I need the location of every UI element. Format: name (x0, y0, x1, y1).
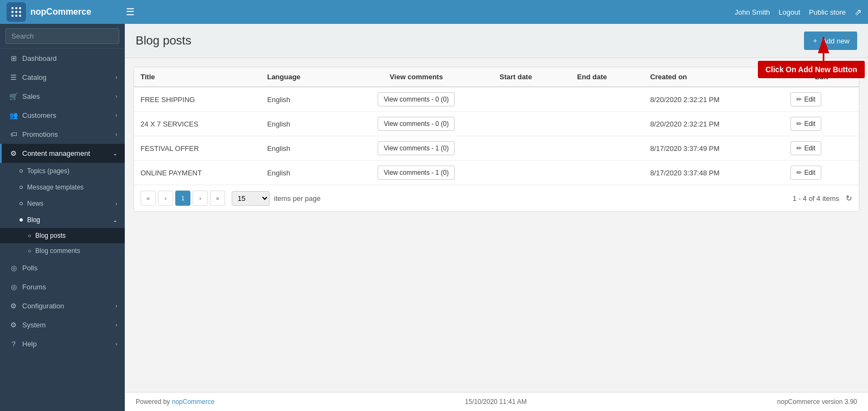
view-comments-button[interactable]: View comments - 0 (0) (378, 92, 455, 106)
sidebar-item-dashboard[interactable]: ⊞ Dashboard (0, 49, 125, 68)
last-page-button[interactable]: » (210, 191, 225, 206)
cell-start-date (493, 161, 571, 185)
first-page-button[interactable]: « (141, 191, 156, 206)
chevron-icon: › (116, 112, 117, 118)
sidebar-item-blog-comments[interactable]: Blog comments (0, 243, 125, 258)
cell-edit: ✏ Edit (784, 112, 859, 136)
page-size-select[interactable]: 15 25 50 100 (232, 191, 270, 206)
svg-point-4 (15, 11, 17, 13)
brand: nopCommerce (7, 2, 126, 22)
sidebar-item-label: Polls (22, 264, 117, 272)
sidebar-sub-item-label: News (27, 200, 43, 207)
edit-label: Edit (804, 120, 815, 128)
sidebar-sub-item-label: Message templates (27, 184, 84, 191)
cell-created-on: 8/20/2020 2:32:21 PM (643, 112, 784, 136)
table-card: Title Language View comments Start date … (133, 67, 859, 212)
col-start-date: Start date (493, 67, 571, 87)
chevron-icon: › (116, 341, 117, 347)
chevron-icon: › (116, 201, 117, 207)
catalog-icon: ☰ (9, 73, 18, 81)
sidebar-item-configuration[interactable]: ⚙ Configuration › (0, 296, 125, 315)
dot-icon (20, 186, 23, 189)
footer-brand-link[interactable]: nopCommerce (172, 398, 215, 406)
footer-version: nopCommerce version 3.90 (777, 398, 857, 406)
edit-button[interactable]: ✏ Edit (790, 92, 821, 106)
page-1-button[interactable]: 1 (175, 191, 190, 206)
footer: Powered by nopCommerce 15/10/2020 11:41 … (125, 392, 868, 411)
customers-icon: 👥 (9, 111, 18, 119)
edit-button[interactable]: ✏ Edit (790, 141, 821, 155)
dot-icon (20, 169, 23, 173)
polls-icon: ◎ (9, 264, 18, 272)
edit-icon: ✏ (796, 144, 802, 152)
user-name[interactable]: John Smith (735, 8, 770, 16)
cell-language: English (260, 136, 340, 161)
items-per-page-label: items per page (274, 194, 321, 203)
next-page-button[interactable]: › (193, 191, 208, 206)
sidebar: ⊞ Dashboard ☰ Catalog › 🛒 Sales › 👥 Cust… (0, 24, 125, 411)
edit-icon: ✏ (796, 120, 802, 128)
sidebar-item-news[interactable]: News › (0, 195, 125, 212)
sidebar-item-label: Forums (22, 283, 117, 291)
sidebar-item-sales[interactable]: 🛒 Sales › (0, 87, 125, 106)
footer-timestamp: 15/10/2020 11:41 AM (214, 398, 777, 406)
sidebar-item-polls[interactable]: ◎ Polls (0, 258, 125, 277)
share-icon[interactable]: ⇗ (854, 7, 861, 17)
cell-language: English (260, 87, 340, 112)
footer-powered-by: Powered by (136, 398, 170, 406)
table-row: 24 X 7 SERVICES English View comments - … (134, 112, 859, 136)
chevron-icon: › (116, 93, 117, 99)
table-row: ONLINE PAYMENT English View comments - 1… (134, 161, 859, 185)
dashboard-icon: ⊞ (9, 54, 18, 62)
edit-button[interactable]: ✏ Edit (790, 166, 821, 180)
sidebar-item-forums[interactable]: ◎ Forums (0, 277, 125, 296)
sidebar-item-label: Content management (22, 149, 108, 157)
cell-end-date (571, 161, 644, 185)
hamburger-icon[interactable]: ☰ (126, 6, 135, 18)
cell-title: ONLINE PAYMENT (134, 161, 260, 185)
cell-view-comments: View comments - 1 (0) (340, 161, 493, 185)
sidebar-item-system[interactable]: ⚙ System › (0, 315, 125, 334)
cell-view-comments: View comments - 0 (0) (340, 112, 493, 136)
sidebar-item-content-management[interactable]: ⚙ Content management ⌄ (0, 144, 125, 163)
refresh-icon[interactable]: ↻ (846, 194, 852, 203)
sidebar-item-help[interactable]: ? Help › (0, 334, 125, 353)
brand-logo (7, 2, 26, 22)
sidebar-item-promotions[interactable]: 🏷 Promotions › (0, 125, 125, 144)
logout-link[interactable]: Logout (778, 8, 800, 16)
view-comments-button[interactable]: View comments - 0 (0) (378, 117, 455, 131)
sidebar-item-customers[interactable]: 👥 Customers › (0, 106, 125, 125)
prev-page-button[interactable]: ‹ (158, 191, 173, 206)
sidebar-item-blog[interactable]: Blog ⌄ (0, 212, 125, 228)
edit-icon: ✏ (796, 96, 802, 103)
chevron-down-icon: ⌄ (113, 217, 117, 223)
chevron-icon: › (116, 74, 117, 80)
add-new-button[interactable]: ＋ Add new (804, 31, 857, 50)
add-new-label: Add new (822, 37, 850, 45)
col-end-date: End date (571, 67, 644, 87)
topbar: nopCommerce ☰ John Smith Logout Public s… (0, 0, 868, 24)
edit-label: Edit (804, 96, 815, 103)
annotation-label: Click On Add New Button (758, 61, 865, 78)
cell-edit: ✏ Edit (784, 87, 859, 112)
edit-label: Edit (804, 144, 815, 152)
search-input[interactable] (5, 28, 119, 44)
svg-point-6 (11, 15, 14, 17)
sidebar-item-catalog[interactable]: ☰ Catalog › (0, 68, 125, 87)
sidebar-item-topics[interactable]: Topics (pages) (0, 163, 125, 179)
sidebar-item-blog-posts[interactable]: Blog posts (0, 228, 125, 243)
sidebar-item-message-templates[interactable]: Message templates (0, 179, 125, 195)
view-comments-button[interactable]: View comments - 1 (0) (378, 166, 455, 180)
sidebar-sub-item-label: Topics (pages) (27, 167, 69, 175)
public-store-link[interactable]: Public store (809, 8, 846, 16)
layout: ⊞ Dashboard ☰ Catalog › 🛒 Sales › 👥 Cust… (0, 24, 868, 411)
svg-point-3 (11, 11, 14, 13)
blog-posts-table: Title Language View comments Start date … (134, 67, 859, 185)
view-comments-button[interactable]: View comments - 1 (0) (378, 141, 455, 155)
cell-created-on: 8/17/2020 3:37:48 PM (643, 161, 784, 185)
sidebar-item-label: Customers (22, 111, 111, 119)
sidebar-search-container (0, 24, 125, 49)
edit-button[interactable]: ✏ Edit (790, 117, 821, 131)
sidebar-item-label: System (22, 321, 111, 329)
sidebar-item-label: Configuration (22, 302, 111, 310)
